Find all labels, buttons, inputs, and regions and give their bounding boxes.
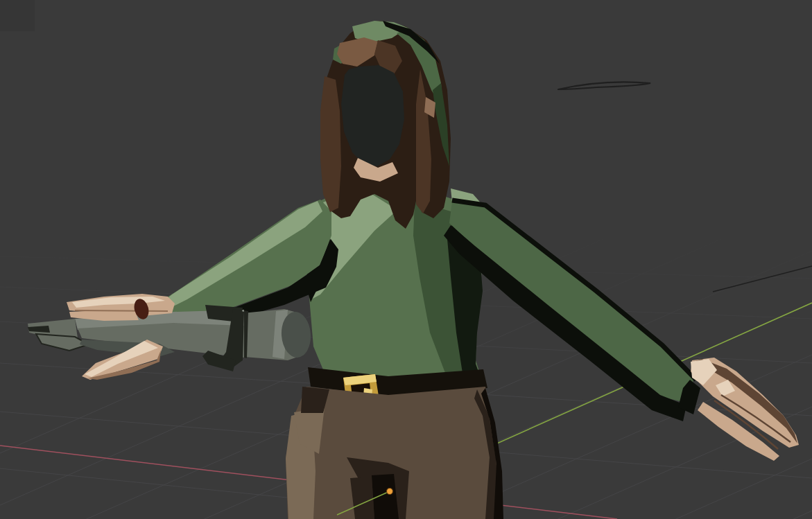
left-finger-crease <box>75 310 168 311</box>
pants[interactable] <box>286 387 503 519</box>
3d-viewport[interactable] <box>0 0 812 519</box>
head[interactable] <box>320 21 451 229</box>
editor-corner-shade <box>0 0 35 31</box>
origin-point[interactable] <box>387 489 393 495</box>
